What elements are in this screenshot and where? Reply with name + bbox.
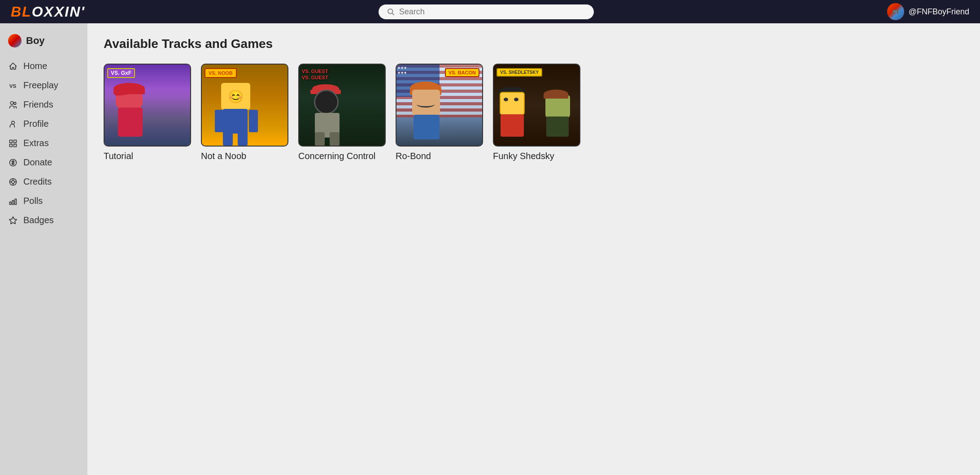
track-card-guest[interactable]: VS. GUESTVS. GUEST [298, 64, 386, 161]
sidebar-label-friends: Friends [23, 99, 53, 110]
sidebar-username: Boy [26, 35, 45, 47]
top-header: BLOXXIN' 🎮 @FNFBoyFriend [0, 0, 980, 23]
svg-point-5 [12, 121, 15, 124]
svg-point-4 [14, 102, 16, 104]
sidebar-avatar [8, 34, 22, 48]
svg-point-12 [12, 180, 15, 183]
svg-line-1 [392, 13, 394, 15]
track-thumbnail-shed: VS. SHEDLETSKY [493, 64, 580, 147]
sidebar-item-freeplay[interactable]: VS Freeplay [0, 76, 87, 95]
search-input[interactable] [399, 7, 586, 17]
track-thumbnail-tutorial: VS. GxF [104, 64, 191, 147]
svg-rect-8 [10, 144, 13, 147]
sidebar-item-donate[interactable]: Donate [0, 153, 87, 172]
svg-rect-17 [10, 202, 11, 204]
track-title-noob: Not a Noob [201, 151, 246, 161]
sidebar-label-credits: Credits [23, 177, 52, 187]
track-thumbnail-bacon: ★★★★★★ VS. BACON [396, 64, 483, 147]
svg-rect-7 [14, 140, 17, 142]
sidebar-label-polls: Polls [23, 196, 43, 206]
track-title-bacon: Ro-Bond [396, 151, 431, 161]
sidebar-item-extras[interactable]: Extras [0, 134, 87, 153]
svg-rect-19 [15, 199, 16, 205]
profile-icon [8, 119, 18, 129]
polls-icon [8, 196, 18, 206]
svg-rect-6 [10, 140, 13, 142]
user-info: 🎮 @FNFBoyFriend [887, 3, 969, 20]
donate-icon [8, 158, 18, 168]
sidebar-label-donate: Donate [23, 157, 52, 168]
sidebar-item-credits[interactable]: Credits [0, 172, 87, 191]
friends-icon [8, 100, 18, 110]
home-icon [8, 61, 18, 71]
track-card-tutorial[interactable]: VS. GxF Tutorial [104, 64, 191, 161]
track-card-shed[interactable]: VS. SHEDLETSKY [493, 64, 580, 161]
sidebar-item-polls[interactable]: Polls [0, 191, 87, 211]
main-layout: Boy Home VS Freeplay Friends [0, 23, 980, 475]
sidebar-user: Boy [0, 29, 87, 53]
credits-icon [8, 177, 18, 187]
svg-text:VS: VS [9, 83, 17, 89]
track-title-shed: Funky Shedsky [493, 151, 554, 161]
svg-marker-20 [9, 216, 17, 224]
track-title-guest: Concerning Control [298, 151, 375, 161]
sidebar-label-profile: Profile [23, 119, 49, 129]
sidebar-nav: Home VS Freeplay Friends Profile [0, 56, 87, 230]
svg-point-3 [10, 101, 13, 104]
sidebar-item-friends[interactable]: Friends [0, 95, 87, 114]
tracks-grid: VS. GxF Tutorial VS. NOOB 😊 [104, 64, 964, 161]
badges-icon [8, 216, 18, 225]
track-card-bacon[interactable]: ★★★★★★ VS. BACON [396, 64, 483, 161]
svg-rect-9 [14, 144, 17, 147]
search-bar[interactable] [379, 4, 594, 19]
track-card-noob[interactable]: VS. NOOB 😊 [201, 64, 288, 161]
svg-rect-18 [12, 200, 13, 204]
extras-icon [8, 138, 18, 148]
sidebar-label-freeplay: Freeplay [23, 80, 58, 91]
sidebar-item-badges[interactable]: Badges [0, 211, 87, 230]
track-thumbnail-guest: VS. GUESTVS. GUEST [298, 64, 386, 147]
search-icon [387, 8, 395, 16]
sidebar-label-badges: Badges [23, 215, 54, 225]
sidebar: Boy Home VS Freeplay Friends [0, 23, 87, 475]
svg-point-0 [388, 9, 393, 14]
content-area: Available Tracks and Games [87, 23, 980, 475]
vs-icon: VS [8, 81, 18, 91]
sidebar-label-home: Home [23, 61, 47, 71]
app-logo: BLOXXIN' [11, 4, 85, 20]
track-title-tutorial: Tutorial [104, 151, 133, 161]
avatar: 🎮 [887, 3, 904, 20]
sidebar-label-extras: Extras [23, 138, 49, 148]
track-thumbnail-noob: VS. NOOB 😊 [201, 64, 288, 147]
user-handle: @FNFBoyFriend [909, 7, 969, 17]
sidebar-item-profile[interactable]: Profile [0, 114, 87, 134]
page-title: Available Tracks and Games [104, 37, 964, 51]
sidebar-item-home[interactable]: Home [0, 56, 87, 76]
